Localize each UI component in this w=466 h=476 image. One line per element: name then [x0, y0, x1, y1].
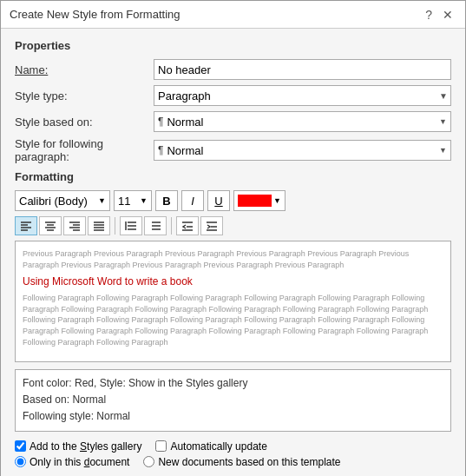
options-row-2: Only in this document New documents base… [15, 456, 451, 468]
style-based-arrow: ▼ [439, 117, 447, 126]
style-following-value: Normal [167, 144, 439, 157]
title-bar: Create New Style from Formatting ? ✕ [1, 1, 465, 29]
style-type-select[interactable]: Paragraph [154, 85, 451, 106]
para-icon-based: ¶ [158, 116, 163, 128]
preview-following-paragraph: Following Paragraph Following Paragraph … [23, 293, 443, 347]
new-docs-radio[interactable] [143, 456, 154, 467]
description-line3: Following style: Normal [23, 408, 443, 425]
align-center-button[interactable] [39, 216, 62, 235]
dialog-title: Create New Style from Formatting [10, 8, 180, 21]
decrease-indent-button[interactable] [176, 216, 199, 235]
font-color-button[interactable]: ▼ [233, 190, 286, 211]
font-size-arrow: ▼ [140, 196, 148, 205]
style-following-arrow: ▼ [439, 146, 447, 155]
options-section: Add to the Styles gallery Automatically … [15, 440, 451, 468]
formatting-row: Calibri (Body) ▼ 11 ▼ B I U ▼ [15, 190, 451, 211]
bold-button[interactable]: B [155, 190, 178, 211]
formatting-section-title: Formatting [15, 170, 451, 183]
preview-prev-paragraph: Previous Paragraph Previous Paragraph Pr… [23, 248, 443, 270]
line-spacing-button[interactable] [120, 216, 142, 235]
color-swatch [238, 195, 272, 207]
dialog-content: Properties Name: Style type: Paragraph ▼… [1, 29, 465, 476]
description-line1: Font color: Red, Style: Show in the Styl… [23, 375, 443, 392]
name-input[interactable] [154, 59, 451, 80]
underline-button[interactable]: U [207, 190, 230, 211]
font-size-text: 11 [118, 195, 140, 208]
create-style-dialog: Create New Style from Formatting ? ✕ Pro… [0, 0, 466, 476]
only-this-doc-item: Only in this document [15, 456, 129, 468]
formatting-section: Formatting Calibri (Body) ▼ 11 ▼ B I U [15, 170, 451, 235]
style-following-select[interactable]: ¶ Normal ▼ [154, 140, 451, 161]
color-dropdown-arrow: ▼ [273, 196, 281, 205]
preview-box: Previous Paragraph Previous Paragraph Pr… [15, 241, 451, 362]
font-name-select[interactable]: Calibri (Body) ▼ [15, 190, 110, 211]
style-based-row: Style based on: ¶ Normal ▼ [15, 111, 451, 132]
only-this-doc-radio[interactable] [15, 456, 26, 467]
align-toolbar [15, 216, 451, 235]
style-description-box: Font color: Red, Style: Show in the Styl… [15, 369, 451, 432]
close-button[interactable]: ✕ [439, 9, 456, 21]
only-this-doc-label: Only in this document [30, 456, 129, 468]
font-name-text: Calibri (Body) [19, 195, 98, 208]
options-row-1: Add to the Styles gallery Automatically … [15, 440, 451, 453]
align-right-button[interactable] [63, 216, 86, 235]
properties-section-title: Properties [15, 39, 451, 52]
style-following-label: Style for following paragraph: [15, 137, 154, 163]
style-following-row: Style for following paragraph: ¶ Normal … [15, 137, 451, 163]
style-based-select[interactable]: ¶ Normal ▼ [154, 111, 451, 132]
align-left-button[interactable] [15, 216, 37, 235]
auto-update-checkbox[interactable] [155, 440, 167, 452]
toolbar-separator-2 [171, 217, 172, 235]
style-based-wrapper[interactable]: ¶ Normal ▼ [154, 111, 451, 132]
add-to-gallery-label: Add to the Styles gallery [30, 440, 141, 453]
help-button[interactable]: ? [422, 9, 436, 21]
style-type-label: Style type: [15, 89, 154, 102]
add-to-gallery-checkbox[interactable] [15, 440, 26, 452]
style-type-row: Style type: Paragraph ▼ [15, 85, 451, 106]
new-docs-item: New documents based on this template [143, 456, 340, 468]
style-type-wrapper: Paragraph ▼ [154, 85, 451, 106]
add-to-gallery-item: Add to the Styles gallery [15, 440, 141, 453]
font-size-select[interactable]: 11 ▼ [114, 190, 152, 211]
align-justify-button[interactable] [88, 216, 110, 235]
name-label: Name: [15, 63, 154, 76]
name-row: Name: [15, 59, 451, 80]
para-icon-following: ¶ [158, 144, 163, 156]
title-bar-buttons: ? ✕ [422, 9, 456, 21]
auto-update-label: Automatically update [170, 440, 266, 453]
style-based-value: Normal [167, 116, 439, 129]
description-line2: Based on: Normal [23, 392, 443, 408]
style-following-wrapper[interactable]: ¶ Normal ▼ [154, 140, 451, 161]
style-based-label: Style based on: [15, 116, 154, 129]
auto-update-item: Automatically update [155, 440, 266, 453]
para-spacing-button[interactable] [144, 216, 167, 235]
italic-button[interactable]: I [181, 190, 204, 211]
new-docs-label: New documents based on this template [158, 456, 340, 468]
preview-main-text: Using Microsoft Word to write a book [23, 275, 443, 288]
font-name-arrow: ▼ [98, 196, 106, 205]
toolbar-separator-1 [115, 217, 115, 235]
increase-indent-button[interactable] [200, 216, 223, 235]
